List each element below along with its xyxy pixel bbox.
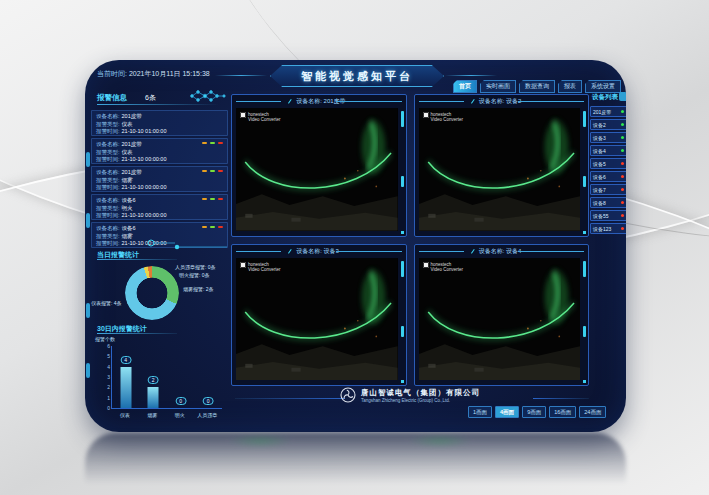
slash-decor [288, 99, 292, 104]
video-panel-header: 设备名称: 设备3 [232, 245, 406, 258]
bar-category-label: 仪表 [111, 412, 139, 418]
alarm-type-row: 报警类型:明火 [96, 205, 223, 213]
slash-decor [471, 99, 475, 104]
device-list-item[interactable]: 设备4 [590, 145, 626, 156]
corner-dot [583, 231, 586, 234]
video-panel-2[interactable]: 设备名称: 设备3honestechVideo Converter [231, 244, 407, 387]
field-label: 报警时间: [96, 156, 120, 162]
layout-button-4[interactable]: 24画面 [579, 406, 606, 418]
alarm-time-row: 报警时间:21-10-10 00:00:00 [96, 212, 223, 220]
alarm-device-row: 设备名称:201皮带 [96, 113, 223, 121]
bar-category-label: 明火 [166, 412, 194, 418]
nav-button-3[interactable]: 报表 [558, 80, 582, 93]
watermark-text: honestechVideo Converter [248, 262, 280, 272]
y-axis-tick: 3 [107, 374, 110, 380]
field-label: 报警时间: [96, 240, 120, 246]
edge-accent [86, 152, 90, 167]
layout-button-3[interactable]: 16画面 [549, 406, 576, 418]
video-panel-3[interactable]: 设备名称: 设备4honestechVideo Converter [414, 244, 590, 387]
field-label: 设备名称: [96, 113, 120, 119]
alarm-item[interactable]: 设备名称:201皮带报警类型:仪表报警时间:21-10-10 01:00:00 [91, 110, 228, 136]
dashboard-panel: 当前时间: 2021年10月11日 15:15:38 智能视觉感知平台 首页实时… [85, 60, 626, 432]
alarm-item[interactable]: 设备名称:201皮带报警类型:仪表报警时间:21-10-10 00:00:00 [91, 138, 228, 164]
device-name: 设备2 [593, 122, 606, 128]
device-list-item[interactable]: 设备6 [590, 171, 626, 182]
nav-button-1[interactable]: 实时画面 [480, 80, 516, 93]
device-list-item[interactable]: 201皮带 [590, 106, 626, 117]
device-list-tab[interactable] [619, 92, 626, 101]
corner-dot [401, 380, 404, 383]
alarm-type-row: 报警类型:仪表 [96, 121, 223, 129]
slash-decor [288, 249, 292, 254]
device-list-item[interactable]: 设备8 [590, 197, 626, 208]
watermark-logo-icon [423, 112, 429, 118]
indicator-dash [202, 142, 207, 144]
video-panel-title: 设备名称: 设备4 [472, 247, 522, 256]
alarm-panel-title: 报警信息 [97, 93, 127, 103]
device-list-item[interactable]: 设备2 [590, 119, 626, 130]
field-value: 设备6 [122, 225, 136, 231]
scroll-accent [583, 326, 586, 337]
time-label: 当前时间: [97, 70, 127, 77]
edge-accent [86, 363, 90, 378]
nav-buttons: 首页实时画面数据查询报表系统设置 [453, 80, 621, 93]
field-label: 报警时间: [96, 128, 120, 134]
watermark-line2: Video Converter [431, 117, 463, 122]
layout-button-2[interactable]: 9画面 [522, 406, 546, 418]
field-value: 201皮带 [122, 113, 142, 119]
field-label: 报警类型: [96, 149, 120, 155]
field-label: 设备名称: [96, 225, 120, 231]
field-label: 设备名称: [96, 197, 120, 203]
device-name: 设备8 [593, 200, 606, 206]
field-label: 报警类型: [96, 233, 120, 239]
device-name: 设备5 [593, 161, 606, 167]
alarm-item[interactable]: 设备名称:设备6报警类型:明火报警时间:21-10-10 00:00:00 [91, 194, 228, 220]
bar [148, 387, 159, 408]
nav-button-2[interactable]: 数据查询 [519, 80, 555, 93]
y-axis-tick: 2 [107, 384, 110, 390]
field-label: 报警时间: [96, 212, 120, 218]
indicator-dash [210, 170, 215, 172]
y-axis-tick: 6 [107, 343, 110, 349]
video-panel-0[interactable]: 设备名称: 201皮带honestechVideo Converter [231, 94, 407, 237]
offline-status-dot [621, 188, 624, 191]
scroll-accent [583, 261, 586, 277]
watermark-line2: Video Converter [248, 267, 280, 272]
layout-buttons: 1画面4画面9画面16画面24画面 [468, 406, 606, 418]
nav-button-0[interactable]: 首页 [453, 80, 477, 93]
device-list-item[interactable]: 设备123 [590, 223, 626, 234]
offline-status-dot [621, 214, 624, 217]
company-name-en: Tangshan Zhicheng Electric (Group) Co.,L… [361, 398, 480, 403]
bar-category-label: 人员违章 [194, 412, 222, 418]
alarm-type-row: 报警类型:仪表 [96, 149, 223, 157]
indicator-dash [210, 142, 215, 144]
nav-button-4[interactable]: 系统设置 [585, 80, 621, 93]
status-indicator-lights [202, 170, 223, 172]
status-indicator-lights [202, 226, 223, 228]
bar-value-label: 2 [148, 376, 159, 384]
device-list-item[interactable]: 设备55 [590, 210, 626, 221]
video-panel-header: 设备名称: 201皮带 [232, 95, 406, 108]
device-name: 设备6 [593, 174, 606, 180]
video-panel-1[interactable]: 设备名称: 设备2honestechVideo Converter [414, 94, 590, 237]
title-decor-line [445, 75, 497, 76]
device-list-item[interactable]: 设备7 [590, 184, 626, 195]
alarm-type-row: 报警类型:烟雾 [96, 177, 223, 185]
field-value: 21-10-10 00:00:00 [122, 184, 167, 190]
scroll-accent [401, 326, 404, 337]
layout-button-0[interactable]: 1画面 [468, 406, 492, 418]
field-value: 21-10-10 01:00:00 [122, 128, 167, 134]
device-list-item[interactable]: 设备3 [590, 132, 626, 143]
company-name-cn: 唐山智诚电气（集团）有限公司 [361, 388, 480, 398]
layout-button-1[interactable]: 4画面 [495, 406, 519, 418]
indicator-dash [202, 198, 207, 200]
device-list-item[interactable]: 设备5 [590, 158, 626, 169]
bar-column: 4 [112, 346, 140, 408]
offline-status-dot [621, 201, 624, 204]
scroll-accent [401, 111, 404, 127]
online-status-dot [621, 136, 624, 139]
alarm-item[interactable]: 设备名称:201皮带报警类型:烟雾报警时间:21-10-10 00:00:00 [91, 166, 228, 192]
bar-value-label: 0 [175, 397, 186, 405]
status-indicator-lights [202, 142, 223, 144]
daily-alarm-donut-chart: 仪表报警: 4条烟雾报警: 2条明火报警: 0条人员违章报警: 0条 [95, 262, 227, 324]
